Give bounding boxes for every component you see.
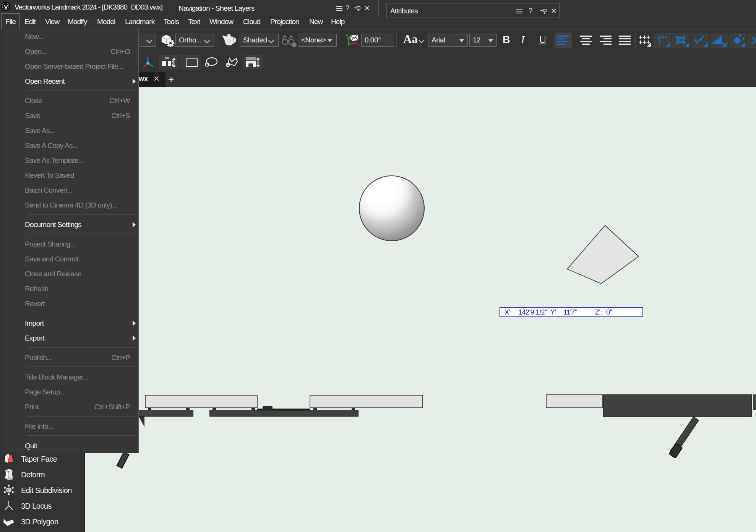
- svg-text:x: x: [357, 42, 360, 47]
